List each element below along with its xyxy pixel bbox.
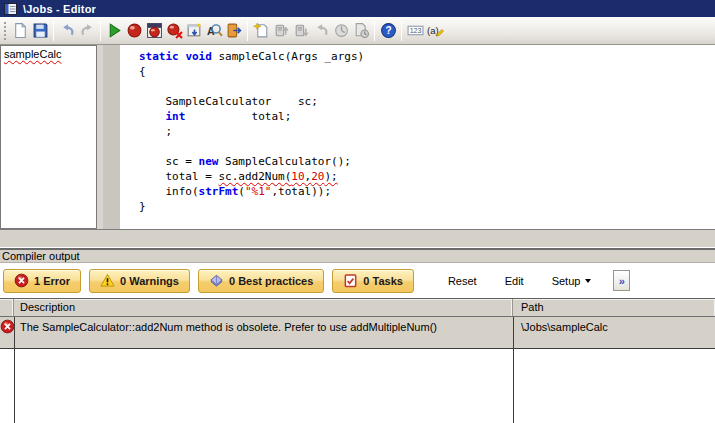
save-icon[interactable]: [30, 21, 50, 41]
button-label: 1 Error: [34, 275, 70, 287]
redo-icon[interactable]: [77, 21, 97, 41]
toolbar-separator: [401, 21, 402, 41]
error-path: \Jobs\sampleCalc: [513, 317, 715, 348]
error-description: The SampleCalculator::add2Num method is …: [14, 317, 513, 348]
0-warnings-button[interactable]: 0 Warnings: [89, 269, 190, 293]
best-practices-book-icon: [209, 273, 224, 288]
new-method-icon[interactable]: [251, 21, 271, 41]
edit-button[interactable]: Edit: [491, 275, 538, 287]
reset-button[interactable]: Reset: [434, 275, 491, 287]
toolbar-separator: [374, 21, 375, 41]
history-disabled-icon[interactable]: [331, 21, 351, 41]
toolbar-overflow-button[interactable]: »: [613, 270, 630, 291]
lookup-definition-icon[interactable]: A: [204, 21, 224, 41]
button-label: 0 Best practices: [229, 275, 313, 287]
code-line: static void sampleCalc(Args _args): [139, 49, 715, 64]
column-header-path[interactable]: Path: [513, 299, 715, 316]
0-best-practices-button[interactable]: 0 Best practices: [198, 269, 324, 293]
action-label: Setup: [552, 275, 581, 287]
enable-breakpoint-icon[interactable]: [144, 21, 164, 41]
undo-checkout-disabled-icon[interactable]: [311, 21, 331, 41]
1-error-button[interactable]: 1 Error: [3, 269, 81, 293]
tasks-clipboard-icon: [343, 273, 358, 288]
svg-text:?: ?: [385, 25, 391, 36]
button-label: 0 Tasks: [363, 275, 403, 287]
compare-disabled-icon[interactable]: [351, 21, 371, 41]
column-divider: [14, 317, 15, 423]
toolbar: A?123(a): [0, 17, 715, 45]
open-target-icon[interactable]: [224, 21, 244, 41]
toolbar-separator: [247, 21, 248, 41]
code-line: [139, 79, 715, 94]
code-line: }: [139, 199, 715, 214]
method-list[interactable]: sampleCalc: [0, 45, 97, 229]
code-line: [139, 139, 715, 154]
undo-icon[interactable]: [57, 21, 77, 41]
code-line: ;: [139, 124, 715, 139]
run-icon[interactable]: [104, 21, 124, 41]
breakpoint-list-icon[interactable]: [184, 21, 204, 41]
compiler-toolbar: 1 Error0 Warnings0 Best practices0 Tasks…: [0, 263, 715, 298]
error-row[interactable]: The SampleCalculator::add2Num method is …: [0, 317, 715, 349]
method-name: sampleCalc: [4, 48, 61, 60]
column-divider[interactable]: [513, 317, 514, 423]
window-icon: [4, 3, 17, 15]
button-label: 0 Warnings: [120, 275, 179, 287]
auto-text-icon[interactable]: (a): [425, 21, 445, 41]
window-title: \Jobs - Editor: [23, 3, 96, 15]
code-line: sc = new SampleCalculator();: [139, 154, 715, 169]
action-label: Edit: [505, 275, 524, 287]
breakpoint-gutter[interactable]: [103, 45, 120, 229]
code-line: info(strFmt("%1",total));: [139, 184, 715, 199]
compiler-output-label: Compiler output: [2, 250, 80, 262]
compiler-table: DescriptionPath The SampleCalculator::ad…: [0, 298, 715, 423]
warning-triangle-icon: [100, 273, 115, 288]
toolbar-separator: [53, 21, 54, 41]
export-disabled-icon[interactable]: [271, 21, 291, 41]
editor-area: sampleCalc static void sampleCalc(Args _…: [0, 45, 715, 229]
chevron-down-icon: [585, 279, 591, 283]
0-tasks-button[interactable]: 0 Tasks: [332, 269, 414, 293]
editor-window: \Jobs - Editor A?123(a) sampleCalc stati…: [0, 0, 715, 423]
line-numbers-icon[interactable]: 123: [405, 21, 425, 41]
table-header-row: DescriptionPath: [0, 299, 715, 317]
compiler-output-caption: Compiler output: [0, 248, 715, 263]
editor-status-strip: [0, 229, 715, 248]
code-line: total = sc.add2Num(10,20);: [139, 169, 715, 184]
svg-text:123: 123: [409, 27, 421, 34]
error-circle-icon: [14, 273, 29, 288]
help-icon[interactable]: ?: [378, 21, 398, 41]
toolbar-grip[interactable]: [4, 22, 6, 40]
code-line: SampleCalculator sc;: [139, 94, 715, 109]
column-header-description[interactable]: Description: [14, 299, 513, 316]
action-label: Reset: [448, 275, 477, 287]
error-circle-icon: [0, 317, 14, 348]
setup-button[interactable]: Setup: [538, 275, 606, 287]
remove-all-breakpoints-icon[interactable]: [164, 21, 184, 41]
code-line: {: [139, 64, 715, 79]
svg-text:A: A: [207, 25, 215, 37]
toolbar-separator: [100, 21, 101, 41]
table-empty-area: [0, 350, 715, 423]
title-bar[interactable]: \Jobs - Editor: [0, 0, 715, 17]
method-list-item[interactable]: sampleCalc: [1, 46, 96, 60]
svg-text:(a): (a): [427, 25, 439, 36]
toggle-breakpoint-icon[interactable]: [124, 21, 144, 41]
code-editor[interactable]: static void sampleCalc(Args _args){ Samp…: [120, 45, 715, 229]
code-line: int total;: [139, 109, 715, 124]
new-document-icon[interactable]: [10, 21, 30, 41]
import-disabled-icon[interactable]: [291, 21, 311, 41]
column-header-icon[interactable]: [0, 299, 14, 316]
